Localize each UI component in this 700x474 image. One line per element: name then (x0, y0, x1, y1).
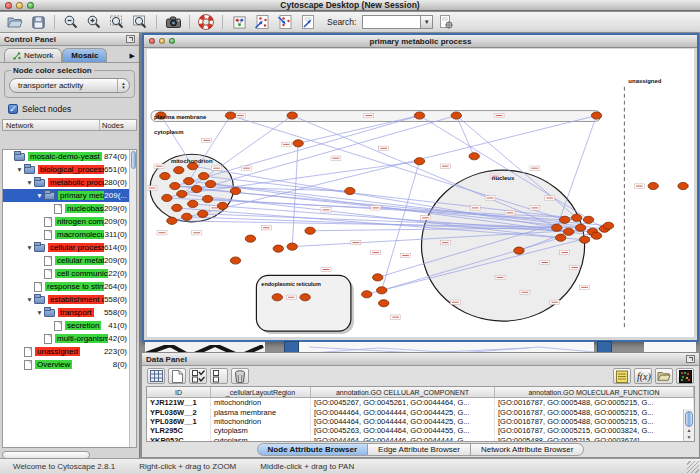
network-node (230, 187, 240, 194)
network-layout-icon (254, 14, 270, 30)
help-button[interactable] (196, 13, 216, 31)
network-canvas[interactable]: plasma membranecytoplasmmitochondrionnuc… (147, 49, 694, 337)
page-icon (44, 269, 52, 279)
save-session-button[interactable] (28, 13, 48, 31)
select-nodes-checkbox[interactable]: ✓ (8, 104, 18, 114)
table-scrollbar[interactable]: ▲ ▼ (683, 409, 694, 441)
node-color-dropdown[interactable]: transporter activity ▲▼ (9, 78, 130, 93)
label-cytoplasm: cytoplasm (154, 129, 183, 135)
tree-row-metabolic-process[interactable]: ▼metabolic process280(0) (3, 176, 129, 189)
attribute-editor-button[interactable] (613, 368, 631, 384)
tree-row-multi-organism-pro[interactable]: multi-organism pro42(0) (3, 332, 129, 345)
tree-row-primary-metabo[interactable]: ▼primary metabo209(... (3, 189, 129, 202)
zoom-out-button[interactable] (61, 13, 81, 31)
tree-row-node-count: 874(0) (104, 152, 129, 161)
tree-row-node-count: 209(0) (104, 256, 129, 265)
table-row-ypl036w-1[interactable]: YPL036W__1mitochondrion[GO:0044464, GO:0… (147, 417, 694, 426)
zoom-selected-region-button[interactable] (130, 13, 150, 31)
tree-row-macromolecule[interactable]: macromolecule311(0) (3, 228, 129, 241)
scroll-down-arrow[interactable]: ▼ (685, 434, 693, 440)
search-input[interactable] (362, 15, 420, 29)
create-attribute-button[interactable] (168, 368, 186, 384)
network-node (414, 112, 424, 119)
layout-tool-b-button[interactable] (275, 13, 295, 31)
status-welcome: Welcome to Cytoscape 2.8.1 (13, 462, 115, 471)
table-row-ykr052c[interactable]: YKR052Ccytoplasm[GO:0044464, GO:0044446,… (147, 436, 694, 441)
network-view-window[interactable]: primary metabolic process plasma membran… (142, 33, 699, 342)
save-disk-icon (31, 15, 46, 30)
tree-row-node-count: 614(0) (104, 243, 129, 252)
expand-toggle-icon[interactable]: ▼ (25, 179, 34, 186)
tree-row-mosaic-demo-yeast[interactable]: mosaic-demo-yeast874(0) (3, 150, 129, 163)
expand-toggle-icon[interactable]: ▼ (35, 192, 44, 199)
expand-toggle-icon[interactable]: ▼ (25, 244, 34, 251)
table-row-ypl036w-2[interactable]: YPL036W__2plasma membrane[GO:0044464, GO… (147, 407, 694, 416)
select-attributes-button[interactable] (147, 368, 165, 384)
zoom-in-button[interactable] (84, 13, 104, 31)
tree-row-cellular-metabo[interactable]: cellular metabo209(0) (3, 254, 129, 267)
lifesaver-icon (198, 14, 214, 30)
snapshot-button[interactable] (163, 13, 183, 31)
tab-node-attribute-browser[interactable]: Node Attribute Browser (257, 443, 369, 456)
float-panel-icon[interactable] (126, 35, 135, 43)
expand-toggle-icon[interactable]: ▼ (35, 309, 44, 316)
matrix-view-button[interactable] (676, 368, 694, 384)
tree-row-secretion[interactable]: secretion41(0) (3, 319, 129, 332)
cytoscape-app-window: Cytoscape Desktop (New Session) (0, 0, 700, 474)
select-all-attributes-button[interactable] (189, 368, 207, 384)
float-panel-icon[interactable] (686, 355, 695, 363)
tab-overflow-arrow[interactable]: ▶ (128, 52, 137, 62)
new-page-icon (172, 370, 183, 383)
tree-scrollbar[interactable] (129, 150, 136, 447)
column-header-annotation-go-molecular-function[interactable]: annotation.GO MOLECULAR_FUNCTION (495, 387, 694, 397)
table-row-yjr121w-1[interactable]: YJR121W__1mitochondrion[GO:0045267, GO:0… (147, 398, 694, 407)
import-attributes-button[interactable] (655, 368, 673, 384)
tree-row-unassigned[interactable]: unassigned223(0) (3, 345, 129, 358)
delete-attribute-button[interactable] (231, 368, 249, 384)
zoom-fit-button[interactable] (107, 13, 127, 31)
open-session-button[interactable] (5, 13, 25, 31)
network-column-header[interactable]: Network (3, 120, 100, 130)
nodes-column-header[interactable]: Nodes (100, 120, 136, 130)
tab-edge-attribute-browser[interactable]: Edge Attribute Browser (368, 443, 471, 456)
tree-row-transport[interactable]: ▼transport558(0) (3, 306, 129, 319)
column-header-id[interactable]: ID (147, 387, 211, 397)
annotation-button[interactable] (298, 13, 318, 31)
tree-row-response-to-stimulu[interactable]: response to stimulu264(0) (3, 280, 129, 293)
column-header-annotation-go-cellular-component[interactable]: annotation.GO CELLULAR_COMPONENT (311, 387, 495, 397)
page-icon (44, 217, 52, 227)
tree-row-label: response to stimulu (45, 282, 104, 291)
tree-row-cellular-process[interactable]: ▼cellular process614(0) (3, 241, 129, 254)
tree-row-biological-process[interactable]: ▼biological_process651(0) (3, 163, 129, 176)
tree-row-cell-communicat[interactable]: cell communicat22(0) (3, 267, 129, 280)
unselect-all-attributes-button[interactable] (210, 368, 228, 384)
table-scrollbar-thumb[interactable] (685, 411, 693, 427)
function-builder-button[interactable]: f(x) (634, 368, 652, 384)
column-header-cellularlayoutregion[interactable]: _cellularLayoutRegion (211, 387, 311, 397)
expand-toggle-icon[interactable]: ▼ (25, 296, 34, 303)
tab-mosaic[interactable]: Mosaic (62, 48, 107, 62)
tree-row-nucleobase[interactable]: nucleobase-209(0) (3, 202, 129, 215)
table-row-ylr295c[interactable]: YLR295Ccytoplasm[GO:0045263, GO:0044464,… (147, 426, 694, 435)
search-dropdown-button[interactable]: ▼ (420, 15, 433, 29)
tree-scrollbar-thumb[interactable] (131, 151, 136, 169)
attribute-table: ID_cellularLayoutRegionannotation.GO CEL… (146, 386, 695, 442)
tab-network-attribute-browser[interactable]: Network Attribute Browser (471, 443, 584, 456)
tree-row-overview[interactable]: Overview8(0) (3, 358, 129, 371)
scroll-up-arrow[interactable]: ▲ (685, 427, 693, 433)
tab-network[interactable]: Network (4, 48, 62, 62)
resize-grip[interactable] (687, 461, 699, 473)
tree-row-establishment-of-lo[interactable]: ▼establishment of lo558(0) (3, 293, 129, 306)
search-options-button[interactable] (436, 13, 456, 31)
layout-tool-a-button[interactable] (252, 13, 272, 31)
toolbar-separator (222, 15, 223, 29)
tree-row-label: secretion (65, 321, 101, 330)
network-edge (175, 116, 420, 187)
vizmapper-icon (232, 15, 247, 30)
network-window-titlebar[interactable]: primary metabolic process (144, 35, 697, 48)
cell: mitochondrion (211, 417, 311, 426)
network-node (377, 287, 387, 294)
expand-toggle-icon[interactable]: ▼ (15, 166, 24, 173)
vizmapper-button[interactable] (229, 13, 249, 31)
tree-row-nitrogen-compo[interactable]: nitrogen compo209(0) (3, 215, 129, 228)
